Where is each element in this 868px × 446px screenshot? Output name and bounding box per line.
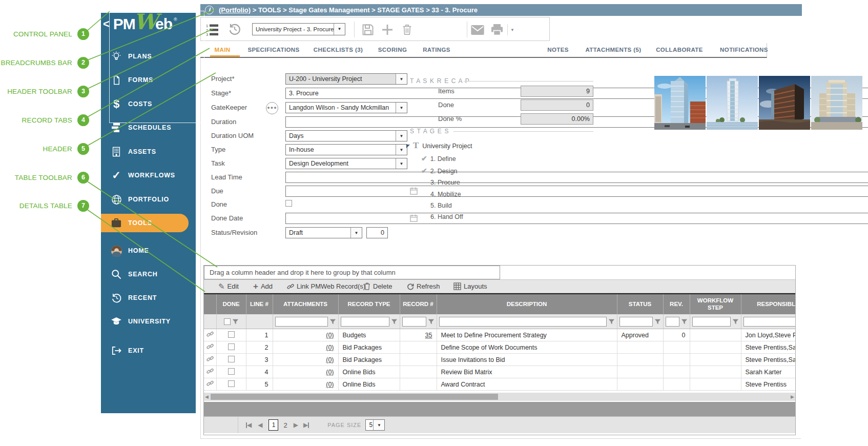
revision-field[interactable] [366, 227, 388, 238]
chevron-down-icon[interactable]: ▼ [396, 103, 407, 113]
add-row-button[interactable]: +Add [253, 280, 273, 293]
filter-funnel-icon[interactable] [232, 318, 239, 325]
print-button[interactable] [491, 24, 503, 37]
filter-funnel-icon[interactable] [681, 318, 688, 325]
table-row[interactable]: 3 (0) Bid Packages Issue Invitations to … [204, 354, 795, 366]
tree-node-build[interactable]: 5. Build [430, 202, 452, 209]
row-done-checkbox[interactable] [228, 331, 235, 338]
page-size-select[interactable]: 5 ▼ [365, 419, 385, 431]
project-select[interactable]: U-200 - University Project▼ [285, 73, 407, 85]
link-icon[interactable] [206, 355, 214, 362]
task-select[interactable]: Design Development▼ [285, 158, 407, 169]
tree-node-define[interactable]: ✔1. Define [421, 154, 456, 163]
sidebar-item-tools[interactable]: TOOLS [101, 214, 196, 232]
page-1-button[interactable]: 1 [268, 419, 278, 431]
column-header-line[interactable]: LINE # [246, 294, 273, 314]
column-header-workflow-step[interactable]: WORKFLOW STEP [690, 294, 741, 314]
tree-node-handoff[interactable]: 6. Hand Off [430, 213, 463, 220]
tab-main[interactable]: MAIN [215, 47, 231, 53]
delete-button[interactable] [402, 24, 412, 37]
attachments-link[interactable]: (0) [326, 356, 334, 363]
page-2-button[interactable]: 2 [283, 421, 287, 429]
filter-responsible-input[interactable] [743, 317, 796, 327]
filter-done-checkbox[interactable] [224, 318, 231, 325]
edit-button[interactable]: ✎Edit [218, 280, 239, 293]
filter-funnel-icon[interactable] [732, 318, 739, 325]
row-done-checkbox[interactable] [228, 368, 235, 375]
tab-notes[interactable]: NOTES [547, 47, 569, 53]
history-icon[interactable] [228, 23, 241, 38]
tree-node-root[interactable]: TUniversity Project [406, 141, 472, 150]
breadcrumb-portfolio-link[interactable]: (Portfolio) [219, 6, 251, 14]
attachments-link[interactable]: (0) [326, 332, 334, 339]
filter-workflow-input[interactable] [692, 317, 731, 327]
table-row[interactable]: 1 (0) Budgets 35 Meet to Define Procurem… [204, 329, 795, 341]
filter-funnel-icon[interactable] [608, 318, 615, 325]
filter-funnel-icon[interactable] [654, 318, 661, 325]
info-icon[interactable]: i [205, 6, 214, 14]
column-header-link[interactable] [204, 294, 216, 314]
gatekeeper-lookup-button[interactable]: ●●● [266, 102, 278, 114]
row-done-checkbox[interactable] [228, 380, 235, 387]
sidebar-item-schedules[interactable]: SCHEDULES [101, 118, 196, 137]
column-header-rev[interactable]: REV. [663, 294, 690, 314]
link-record-button[interactable]: Link PMWeb Record(s) [287, 280, 365, 293]
first-page-button[interactable]: ◀ [246, 421, 252, 429]
sidebar-item-workflows[interactable]: ✓ WORKFLOWS [101, 166, 196, 185]
link-icon[interactable] [206, 368, 214, 375]
chevron-down-icon[interactable]: ▼ [396, 145, 407, 155]
tab-ratings[interactable]: RATINGS [423, 47, 450, 53]
gatekeeper-select[interactable]: Langdon Wilson - Sandy Mckmillan▼ [285, 102, 407, 113]
tab-notifications[interactable]: NOTIFICATIONS [720, 47, 768, 53]
chevron-down-icon[interactable]: ▼ [396, 74, 407, 84]
last-page-button[interactable]: ▶ [303, 421, 309, 429]
scroll-left-icon[interactable]: ◀ [205, 394, 209, 400]
column-header-status[interactable]: STATUS [617, 294, 663, 314]
group-by-drop-zone[interactable]: Drag a column header and drop it here to… [204, 266, 500, 279]
due-date-field[interactable] [285, 186, 868, 197]
record-selector[interactable]: University Project - 3. Procure ▼ [252, 23, 345, 35]
save-button[interactable] [362, 24, 374, 38]
record-no-link[interactable]: 35 [425, 332, 432, 339]
tree-node-procure[interactable]: 3. Procure [430, 179, 460, 186]
filter-funnel-icon[interactable] [428, 318, 435, 325]
tab-collaborate[interactable]: COLLABORATE [656, 47, 703, 53]
attachments-link[interactable]: (0) [326, 344, 334, 351]
duration-uom-select[interactable]: Days▼ [285, 130, 407, 141]
tree-node-design[interactable]: ✔2. Design [421, 167, 458, 175]
add-button[interactable] [381, 24, 394, 38]
sidebar-item-search[interactable]: SEARCH [101, 265, 196, 283]
next-page-button[interactable]: ▶ [294, 421, 298, 429]
tab-checklists[interactable]: CHECKLISTS (3) [314, 47, 363, 53]
row-done-checkbox[interactable] [228, 343, 235, 350]
link-icon[interactable] [206, 380, 214, 387]
table-row[interactable]: 4 (0) Online Bids Review Bid Matrix Sara… [204, 366, 795, 378]
lead-time-field[interactable] [285, 172, 868, 183]
sidebar-item-portfolio[interactable]: PORTFOLIO [101, 190, 196, 209]
refresh-button[interactable]: Refresh [407, 280, 440, 293]
column-header-record-no[interactable]: RECORD # [400, 294, 437, 314]
link-icon[interactable] [206, 331, 214, 338]
email-button[interactable] [471, 25, 484, 37]
scrollbar-thumb[interactable] [211, 394, 498, 400]
tree-node-mobilize[interactable]: 4. Mobilize [430, 191, 461, 198]
sidebar-item-plans[interactable]: PLANS [101, 47, 196, 66]
chevron-down-icon[interactable]: ▼ [396, 131, 407, 141]
sidebar-item-assets[interactable]: ASSETS [101, 143, 196, 161]
tab-attachments[interactable]: ATTACHMENTS (5) [585, 47, 641, 53]
pmweb-logo[interactable]: <PMWeb® [103, 15, 177, 33]
column-header-description[interactable]: DESCRIPTION [437, 294, 617, 314]
attachments-link[interactable]: (0) [326, 381, 334, 388]
print-options-chevron-icon[interactable]: ▼ [510, 28, 514, 32]
tab-scoring[interactable]: SCORING [378, 47, 407, 53]
column-header-done[interactable]: DONE [216, 294, 246, 314]
sidebar-item-costs[interactable]: $ COSTS [101, 95, 196, 113]
filter-description-input[interactable] [439, 317, 607, 327]
numbered-list-icon[interactable]: 123 [206, 24, 219, 38]
tab-specifications[interactable]: SPECIFICATIONS [247, 47, 299, 53]
filter-record-type-input[interactable] [341, 317, 389, 327]
calendar-icon[interactable] [410, 214, 418, 224]
status-select[interactable]: Draft▼ [285, 227, 362, 238]
sidebar-item-exit[interactable]: EXIT [101, 341, 196, 360]
calendar-icon[interactable] [410, 187, 418, 197]
